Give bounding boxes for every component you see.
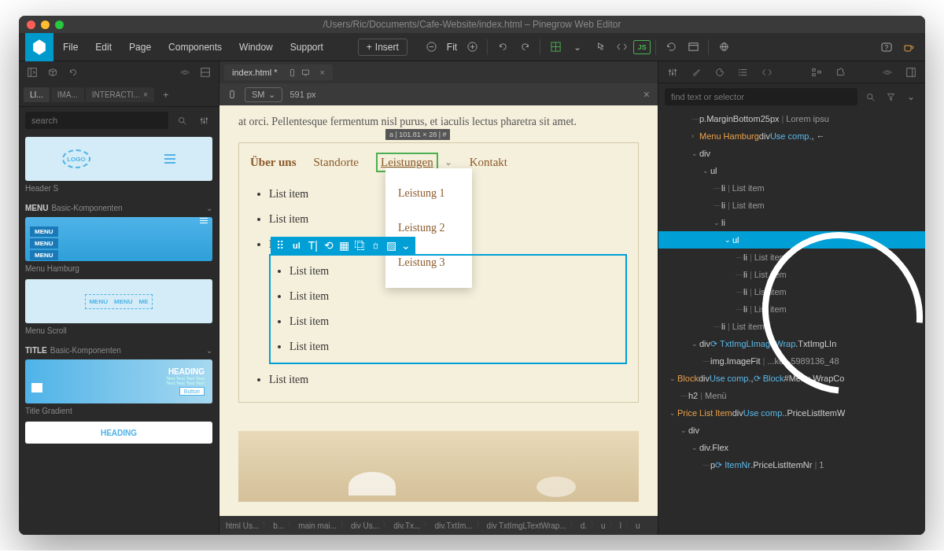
- list-item[interactable]: List item: [289, 259, 625, 284]
- tree-row[interactable]: ⌄div: [658, 422, 925, 439]
- panel-layout-icon[interactable]: [198, 65, 212, 79]
- chevron-down-icon[interactable]: ⌄: [903, 89, 919, 105]
- tree-row[interactable]: ⌄div.Flex: [658, 439, 925, 456]
- thumb-title-gradient[interactable]: HEADING Text Text Text Text Text Text Te…: [25, 359, 212, 415]
- breadcrumb-item[interactable]: u: [601, 521, 606, 530]
- tree-row[interactable]: ⌄Block div Use comp., ⟳ Block #Menu.Wrap…: [658, 370, 925, 387]
- tree-search-input[interactable]: [665, 88, 857, 105]
- nav-item-kontakt[interactable]: Kontakt: [470, 156, 507, 169]
- delete-icon[interactable]: [370, 239, 382, 252]
- text-edit-icon[interactable]: T|: [307, 239, 319, 252]
- search-icon[interactable]: [862, 89, 878, 105]
- list-icon[interactable]: [736, 64, 751, 80]
- chevron-down-icon[interactable]: ⌄: [567, 37, 588, 57]
- tree-row[interactable]: —p ⟳ ItemNr .PriceListItemNr|1: [658, 456, 925, 473]
- tree-row[interactable]: —img.ImageFit|...kes-5989136_48: [658, 352, 925, 370]
- hatch-icon[interactable]: ▨: [385, 239, 398, 252]
- breadcrumb-item[interactable]: div TxtImgLTextWrap...: [487, 521, 566, 530]
- add-tab-icon[interactable]: +: [159, 88, 173, 102]
- list-item[interactable]: List item: [289, 284, 625, 309]
- insert-button[interactable]: +Insert: [358, 39, 407, 56]
- tree-row[interactable]: —p.MarginBottom25px|Lorem ipsu: [658, 110, 925, 127]
- zoom-in-icon[interactable]: [462, 37, 482, 57]
- menu-edit[interactable]: Edit: [87, 42, 120, 53]
- tree-row[interactable]: ⌄div: [658, 145, 925, 162]
- eye-icon[interactable]: [178, 65, 192, 79]
- link-icon[interactable]: ⟲: [323, 239, 335, 252]
- viewport-size-selector[interactable]: SM⌄: [245, 87, 282, 102]
- nav-item-uber-uns[interactable]: Über uns: [250, 156, 297, 169]
- tree-row[interactable]: —li|List item: [658, 266, 925, 283]
- left-search-input[interactable]: [25, 112, 168, 129]
- device-desktop-icon[interactable]: [301, 68, 310, 77]
- section-title[interactable]: TITLE Basic-Komponenten ⌄: [25, 341, 212, 359]
- tree-row[interactable]: —li|List item: [658, 179, 925, 197]
- thumb-heading[interactable]: HEADING: [25, 422, 212, 444]
- tree-row[interactable]: ⌄ul: [658, 231, 925, 249]
- tree-row[interactable]: ⌄div ⟳ TxtImgLImageWrap .TxtImgLIn: [658, 335, 925, 352]
- grid-icon[interactable]: [545, 37, 566, 57]
- breadcrumb-item[interactable]: d.: [581, 521, 587, 530]
- tree-row[interactable]: —li|List item: [658, 197, 925, 214]
- sliders-icon[interactable]: [665, 64, 680, 80]
- undo-icon[interactable]: [492, 37, 513, 57]
- filter-icon[interactable]: [883, 89, 898, 105]
- tree-row[interactable]: ›Menu Hamburg div Use comp., ←: [658, 127, 925, 145]
- search-icon[interactable]: [173, 112, 190, 129]
- list-item[interactable]: List item: [269, 367, 627, 392]
- panel-refresh-icon[interactable]: [66, 65, 80, 79]
- code-icon[interactable]: [611, 37, 632, 57]
- device-mobile-icon[interactable]: [288, 68, 297, 77]
- tree-row[interactable]: —li|List item: [658, 249, 925, 266]
- breadcrumb-item[interactable]: div.Tx...: [393, 521, 420, 530]
- close-tab-icon[interactable]: ×: [319, 68, 324, 77]
- reload-icon[interactable]: [661, 37, 681, 57]
- fit-label[interactable]: Fit: [444, 42, 460, 53]
- drag-handle-icon[interactable]: ⠿: [274, 239, 286, 252]
- section-menu[interactable]: MENU Basic-Komponenten ⌄: [25, 199, 212, 217]
- thumb-menu-scroll[interactable]: MENUMENUME Menu Scroll: [25, 279, 212, 335]
- tree-row[interactable]: —li|List item: [658, 318, 925, 335]
- tree-row[interactable]: —li|List item: [658, 300, 925, 318]
- file-tab[interactable]: index.html * ×: [224, 64, 333, 80]
- js-icon[interactable]: JS: [633, 40, 651, 54]
- breadcrumb-item[interactable]: div.TxtIm...: [434, 521, 472, 530]
- tab-ima[interactable]: IMA...: [51, 87, 84, 102]
- tree-row[interactable]: ⌄li: [658, 214, 925, 231]
- panel-collapse-icon[interactable]: [903, 64, 919, 80]
- nav-item-standorte[interactable]: Standorte: [314, 156, 360, 169]
- app-logo[interactable]: [25, 33, 53, 61]
- menu-page[interactable]: Page: [121, 42, 159, 53]
- list-item[interactable]: List item: [289, 309, 625, 334]
- breadcrumb-item[interactable]: div Us...: [351, 521, 379, 530]
- click-icon[interactable]: [589, 37, 610, 57]
- browser-icon[interactable]: [683, 37, 703, 57]
- thumb-header-s[interactable]: LOGO Header S: [25, 137, 212, 193]
- tree-icon[interactable]: [809, 64, 824, 80]
- viewport-device-icon[interactable]: [227, 90, 237, 99]
- tab-interacti[interactable]: INTERACTI...×: [86, 87, 154, 102]
- chevron-down-icon[interactable]: ⌄: [444, 157, 452, 168]
- brush-icon[interactable]: [688, 64, 704, 80]
- code-icon[interactable]: [759, 64, 775, 80]
- menu-window[interactable]: Window: [231, 42, 281, 53]
- grid-icon[interactable]: ▦: [338, 239, 351, 252]
- breadcrumb-item[interactable]: b...: [273, 521, 284, 530]
- globe-icon[interactable]: [714, 37, 734, 57]
- menu-support[interactable]: Support: [282, 42, 331, 53]
- breadcrumb-item[interactable]: main mai...: [298, 521, 337, 530]
- panel-collapse-icon[interactable]: [25, 65, 39, 79]
- coffee-icon[interactable]: [898, 37, 919, 57]
- breadcrumb-item[interactable]: html Us...: [226, 521, 259, 530]
- eye-icon[interactable]: [879, 64, 895, 80]
- tree-row[interactable]: —h2|Menü: [658, 387, 925, 404]
- tab-li[interactable]: LI...: [24, 87, 50, 102]
- tree-row[interactable]: ⌄ul: [658, 162, 925, 179]
- puzzle-icon[interactable]: [832, 64, 848, 80]
- menu-file[interactable]: File: [55, 42, 86, 53]
- menu-components[interactable]: Components: [160, 42, 230, 53]
- help-icon[interactable]: ?: [876, 37, 897, 57]
- dropdown-item[interactable]: Leistung 1: [385, 176, 472, 211]
- image-placeholder[interactable]: [238, 431, 639, 502]
- list-item[interactable]: List item: [289, 334, 625, 359]
